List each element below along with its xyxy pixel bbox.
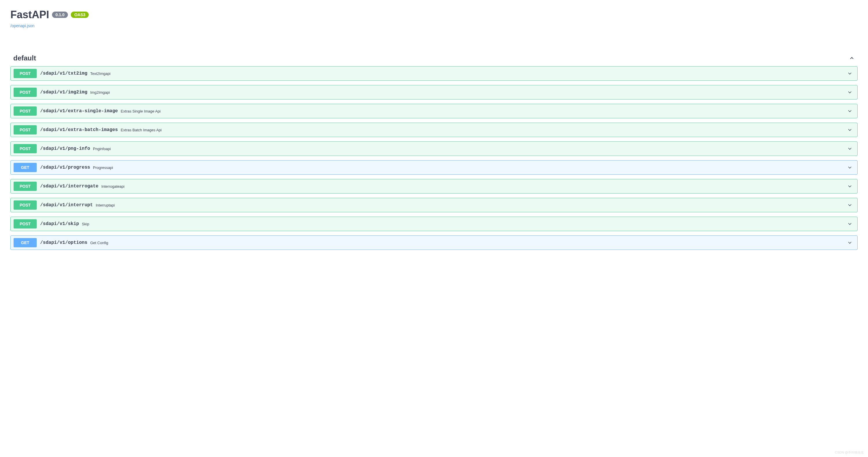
chevron-down-icon bbox=[847, 165, 853, 170]
version-badge: 0.1.0 bbox=[52, 11, 68, 18]
operation-summary: Interruptapi bbox=[96, 203, 847, 207]
operation-summary: Extras Batch Images Api bbox=[121, 128, 847, 132]
chevron-up-icon bbox=[849, 55, 855, 61]
operation-path: /sdapi/v1/options bbox=[40, 240, 87, 245]
operation-summary: Extras Single Image Api bbox=[121, 109, 847, 113]
operation-summary: Progressapi bbox=[93, 166, 847, 170]
method-badge-post: POST bbox=[13, 219, 37, 229]
method-badge-post: POST bbox=[13, 125, 37, 135]
operations-list: POST/sdapi/v1/txt2imgText2ImgapiPOST/sda… bbox=[10, 66, 858, 250]
method-badge-post: POST bbox=[13, 200, 37, 210]
chevron-down-icon bbox=[847, 221, 853, 227]
operation-row[interactable]: POST/sdapi/v1/extra-batch-imagesExtras B… bbox=[10, 123, 858, 137]
api-title: FastAPI bbox=[10, 9, 49, 21]
operation-path: /sdapi/v1/interrupt bbox=[40, 202, 93, 208]
operation-row[interactable]: GET/sdapi/v1/progressProgressapi bbox=[10, 160, 858, 175]
method-badge-post: POST bbox=[13, 107, 37, 116]
section-header-default[interactable]: default bbox=[10, 48, 858, 66]
operation-path: /sdapi/v1/img2img bbox=[40, 90, 87, 95]
section-title: default bbox=[13, 54, 36, 62]
operation-path: /sdapi/v1/png-info bbox=[40, 146, 90, 151]
method-badge-get: GET bbox=[13, 163, 37, 172]
operation-row[interactable]: POST/sdapi/v1/png-infoPnginfoapi bbox=[10, 141, 858, 156]
oas-badge: OAS3 bbox=[71, 11, 89, 18]
method-badge-post: POST bbox=[13, 69, 37, 78]
method-badge-post: POST bbox=[13, 144, 37, 153]
operation-path: /sdapi/v1/txt2img bbox=[40, 71, 87, 76]
operation-summary: Pnginfoapi bbox=[93, 147, 847, 151]
operation-row[interactable]: POST/sdapi/v1/img2imgImg2Imgapi bbox=[10, 85, 858, 99]
operation-summary: Skip bbox=[82, 222, 847, 226]
chevron-down-icon bbox=[847, 127, 853, 133]
chevron-down-icon bbox=[847, 183, 853, 189]
operation-row[interactable]: POST/sdapi/v1/interruptInterruptapi bbox=[10, 198, 858, 212]
method-badge-get: GET bbox=[13, 238, 37, 247]
operation-summary: Img2Imgapi bbox=[90, 90, 847, 94]
operation-row[interactable]: POST/sdapi/v1/extra-single-imageExtras S… bbox=[10, 104, 858, 118]
operation-path: /sdapi/v1/skip bbox=[40, 221, 79, 226]
operation-path: /sdapi/v1/interrogate bbox=[40, 184, 98, 189]
operation-path: /sdapi/v1/progress bbox=[40, 165, 90, 170]
chevron-down-icon bbox=[847, 89, 853, 95]
api-header: FastAPI 0.1.0 OAS3 bbox=[10, 9, 858, 21]
chevron-down-icon bbox=[847, 240, 853, 246]
chevron-down-icon bbox=[847, 108, 853, 114]
operation-row[interactable]: POST/sdapi/v1/txt2imgText2Imgapi bbox=[10, 66, 858, 81]
operation-row[interactable]: POST/sdapi/v1/interrogateInterrogateapi bbox=[10, 179, 858, 194]
operation-path: /sdapi/v1/extra-batch-images bbox=[40, 127, 118, 133]
chevron-down-icon bbox=[847, 70, 853, 76]
operation-summary: Get Config bbox=[90, 241, 847, 245]
chevron-down-icon bbox=[847, 202, 853, 208]
operation-row[interactable]: POST/sdapi/v1/skipSkip bbox=[10, 217, 858, 231]
method-badge-post: POST bbox=[13, 182, 37, 191]
openapi-spec-link[interactable]: /openapi.json bbox=[10, 23, 34, 28]
chevron-down-icon bbox=[847, 146, 853, 151]
method-badge-post: POST bbox=[13, 88, 37, 97]
operation-row[interactable]: GET/sdapi/v1/optionsGet Config bbox=[10, 235, 858, 250]
operation-path: /sdapi/v1/extra-single-image bbox=[40, 109, 118, 114]
operation-summary: Text2Imgapi bbox=[90, 72, 847, 76]
operation-summary: Interrogateapi bbox=[101, 184, 847, 189]
